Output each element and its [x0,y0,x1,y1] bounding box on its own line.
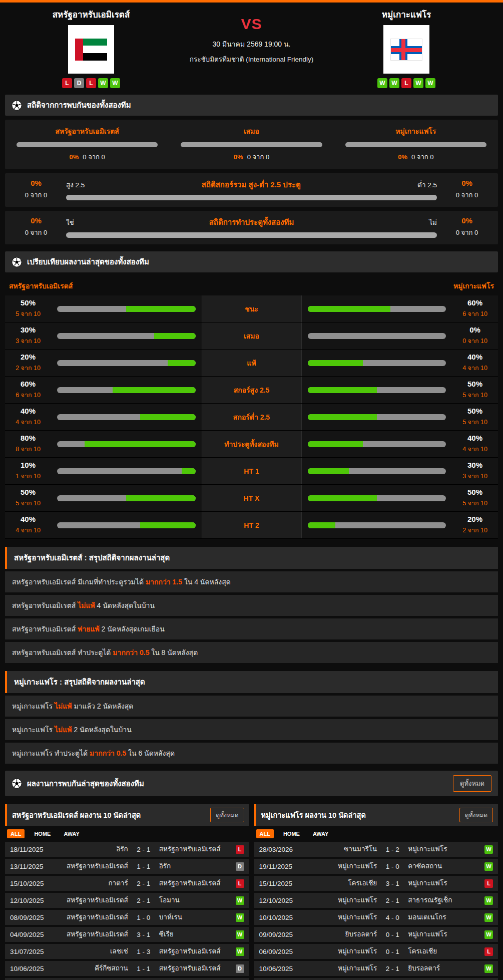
h2h-column-bar [181,142,322,147]
comparison-row: 50% 5 จาก 10 HT X 50% 5 จาก 10 [5,485,498,512]
match-row[interactable]: 10/06/2025 หมู่เกาะแฟโร 2 - 1 ยิบรอลตาร์… [254,961,498,978]
comparison-away-stats: 50% 5 จาก 10 [452,404,498,430]
meetings-view-all-button[interactable]: ดูทั้งหมด [453,775,491,792]
comparison-home-bar-wrap [51,485,202,511]
comparison-away-stats: 60% 6 จาก 10 [452,295,498,322]
match-row[interactable]: 10/06/2025 คีร์กีซสถาน 1 - 1 สหรัฐอาหรับ… [5,961,249,978]
table-tab-home[interactable]: HOME [31,829,54,838]
match-away-team: สหรัฐอาหรับเอมิเรตส์ [155,964,232,973]
comparison-home-percent: 50% [21,488,36,496]
h2h-column-percent: 0% [234,153,243,161]
h2h-column: หมู่เกาะแฟโร 0%0 จาก 0 [334,126,498,162]
h2h-column-count: 0 จาก 0 [83,153,105,161]
meetings-section-header: ผลงานการพบกันล่าสุดของทั้งสองทีม ดูทั้งห… [5,771,498,796]
comparison-away-stats: 40% 4 จาก 10 [452,431,498,457]
match-row[interactable]: 18/11/2025 อิรัก 2 - 1 สหรัฐอาหรับเอมิเร… [5,842,249,859]
over-stats: 0% 0 จาก 0 [12,179,60,200]
comparison-row: 20% 2 จาก 10 แพ้ 40% 4 จาก 10 [5,350,498,377]
match-row[interactable]: 08/09/2025 สหรัฐอาหรับเอมิเรตส์ 1 - 0 บา… [5,910,249,927]
summary-row: หมู่เกาะแฟโร ไม่แพ้ 2 นัดหลังสุดในบ้าน [5,719,498,740]
match-row[interactable]: 04/09/2025 สหรัฐอาหรับเอมิเรตส์ 3 - 1 ซี… [5,927,249,944]
table-tab-away[interactable]: AWAY [60,829,83,838]
match-date: 18/11/2025 [10,846,55,853]
match-away-team: คาซัคสถาน [404,862,481,871]
match-row[interactable]: 12/10/2025 สหรัฐอาหรับเอมิเรตส์ 2 - 1 โอ… [5,893,249,910]
match-date: 06/09/2025 [259,948,304,955]
match-row[interactable]: 19/11/2025 หมู่เกาะแฟโร 1 - 0 คาซัคสถาน … [254,859,498,876]
match-row[interactable]: 12/10/2025 หมู่เกาะแฟโร 2 - 1 สาธารณรัฐเ… [254,893,498,910]
match-row[interactable]: 13/11/2025 สหรัฐอาหรับเอมิเรตส์ 1 - 1 อิ… [5,859,249,876]
over-count: 0 จาก 0 [12,190,60,200]
over-under-bar [66,195,437,200]
match-date: 19/11/2025 [259,863,304,870]
match-row[interactable]: 28/03/2026 ซานมารีโน 1 - 2 หมู่เกาะแฟโร … [254,842,498,859]
table-view-all-button[interactable]: ดูทั้งหมด [210,808,244,822]
comparison-row-label: แพ้ [202,350,302,376]
result-badge: L [484,879,493,888]
match-row[interactable]: 10/10/2025 หมู่เกาะแฟโร 4 - 0 มอนเตเนโกร… [254,910,498,927]
table-view-all-button[interactable]: ดูทั้งหมด [459,808,493,822]
match-date: 12/10/2025 [10,897,55,904]
match-row[interactable]: 15/11/2025 โครเอเชีย 3 - 1 หมู่เกาะแฟโร … [254,876,498,893]
match-home-team: สหรัฐอาหรับเอมิเรตส์ [55,896,132,905]
h2h-column-label: สหรัฐอาหรับเอมิเรตส์ [56,126,119,137]
match-home-team: หมู่เกาะแฟโร [304,947,381,956]
comparison-home-bar-wrap [51,431,202,457]
match-date: 31/07/2025 [10,948,55,955]
match-date: 12/10/2025 [259,897,304,904]
table-tab-all[interactable]: ALL [7,829,25,838]
match-score: 2 - 1 [132,897,155,904]
match-away-team: ซีเรีย [155,930,232,939]
table-rows: 28/03/2026 ซานมารีโน 1 - 2 หมู่เกาะแฟโร … [254,842,498,980]
over-percent: 0% [12,179,60,187]
table-tab-all[interactable]: ALL [256,829,274,838]
btts-yes-stats: 0% 0 จาก 0 [12,216,60,238]
result-badge: W [484,930,493,939]
table-title: หมู่เกาะแฟโร ผลงาน 10 นัดล่าสุด [261,809,455,821]
comparison-home-bar [57,387,196,393]
comparison-home-stats: 40% 4 จาก 10 [5,404,51,430]
match-row[interactable]: 06/09/2025 หมู่เกาะแฟโร 0 - 1 โครเอเชีย … [254,944,498,961]
form-badge: W [98,78,108,88]
summary-row: สหรัฐอาหรับเอมิเรตส์ พ่ายแพ้ 2 นัดหลังสุ… [5,618,498,639]
comparison-home-bar [57,333,196,339]
match-row[interactable]: 15/10/2025 กาตาร์ 2 - 1 สหรัฐอาหรับเอมิเ… [5,876,249,893]
comparison-home-percent: 30% [21,325,36,334]
comparison-away-bar-wrap [302,458,452,484]
summary-row: หมู่เกาะแฟโร ทำประตูได้ มากกว่า 0.5 ใน 6… [5,743,498,764]
table-tab-home[interactable]: HOME [280,829,303,838]
comparison-away-count: 2 จาก 10 [462,525,487,535]
result-badge: L [484,947,493,956]
comparison-away-percent: 50% [467,488,482,496]
summary-highlight: ไม่แพ้ [78,601,95,609]
match-away-team: สาธารณรัฐเช็ก [404,896,481,905]
table-tab-away[interactable]: AWAY [309,829,332,838]
btts-middle: ใช่ สถิติการทำประตูทั้งสองทีม ไม่ [60,216,443,238]
match-row[interactable]: 05/06/2025 สหรัฐอาหรับเอมิเรตส์ 0 - 0 อุ… [5,978,249,980]
comparison-row: 60% 6 จาก 10 สกอร์สูง 2.5 50% 5 จาก 10 [5,377,498,404]
comparison-away-bar-wrap [302,295,452,322]
under-stats: 0% 0 จาก 0 [443,179,491,200]
over-label: สูง 2.5 [66,179,85,190]
comparison-away-percent: 20% [467,515,482,523]
match-row[interactable]: 05/06/2025 จอร์เจีย 1 - 0 หมู่เกาะแฟโร L [254,978,498,980]
match-away-team: มอนเตเนโกร [404,913,481,922]
match-home-team: โครเอเชีย [304,879,381,888]
comparison-home-stats: 60% 6 จาก 10 [5,377,51,403]
comparison-home-count: 8 จาก 10 [16,444,41,454]
uae-flag-icon [75,39,107,61]
match-row[interactable]: 31/07/2025 เลชเช่ 1 - 3 สหรัฐอาหรับเอมิเ… [5,944,249,961]
summary-row: สหรัฐอาหรับเอมิเรตส์ มีเกมที่ทำประตูรวมไ… [5,571,498,592]
over-under-middle: สูง 2.5 สถิติสกอร์รวม สูง-ต่ำ 2.5 ประตู … [60,179,443,200]
comparison-away-count: 5 จาก 10 [462,498,487,508]
away-form-badges: WWLWW [377,78,435,88]
match-date: 09/09/2025 [259,931,304,938]
match-away-team: หมู่เกาะแฟโร [404,845,481,854]
h2h-column-stats: 0%0 จาก 0 [70,152,105,162]
under-label: ต่ำ 2.5 [417,179,437,190]
match-row[interactable]: 09/09/2025 ยิบรอลตาร์ 0 - 1 หมู่เกาะแฟโร… [254,927,498,944]
comparison-away-count: 6 จาก 10 [462,309,487,319]
comparison-away-bar [308,387,446,393]
match-away-team: โครเอเชีย [404,947,481,956]
match-score: 2 - 1 [381,965,404,972]
